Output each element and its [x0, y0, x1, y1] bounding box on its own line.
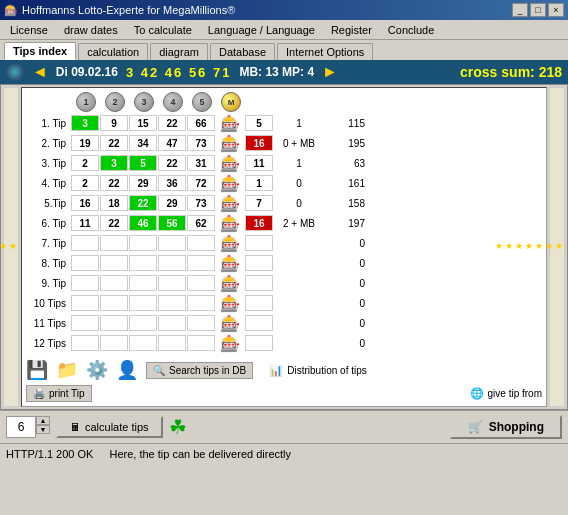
- minimize-button[interactable]: _: [512, 3, 528, 17]
- result-label: 0: [274, 178, 324, 189]
- tip-count-spinner[interactable]: 6 ▲ ▼: [6, 416, 50, 438]
- cross-sum-value: 218: [539, 64, 562, 80]
- toolbar-row-1: 💾 📁 ⚙️ 👤 🔍 Search tips in DB 📊 Distribut…: [26, 359, 542, 381]
- tip-cell: 22: [158, 115, 186, 131]
- settings-icon[interactable]: ⚙️: [86, 359, 108, 381]
- menu-license[interactable]: License: [4, 23, 54, 37]
- tip-cell: 5: [245, 115, 273, 131]
- menu-conclude[interactable]: Conclude: [382, 23, 440, 37]
- mega-cell: 🎰: [216, 115, 244, 131]
- tip-cell: 22: [100, 135, 128, 151]
- tip-cell: 16: [245, 135, 273, 151]
- tip-cell: 73: [187, 195, 215, 211]
- tip-cell: 29: [129, 175, 157, 191]
- result-label: 1: [274, 158, 324, 169]
- app-icon: 🎰: [4, 4, 18, 17]
- tip-cell: 7: [245, 195, 273, 211]
- shamrock-icon: ☘: [169, 415, 187, 439]
- tab-calculation[interactable]: calculation: [78, 43, 148, 60]
- table-row: 10 Tips 🎰 0: [26, 294, 542, 312]
- mega-cell: 🎰: [216, 215, 244, 231]
- menu-bar: License draw dates To calculate Language…: [0, 20, 568, 40]
- tab-diagram[interactable]: diagram: [150, 43, 208, 60]
- globe-icon-2: 🌐: [470, 387, 484, 400]
- mega-cell: 🎰: [216, 155, 244, 171]
- status-bar: HTTP/1.1 200 OK Here, the tip can be del…: [0, 443, 568, 463]
- globe-icon: [6, 63, 24, 81]
- maximize-button[interactable]: □: [530, 3, 546, 17]
- tip-cell: 2: [71, 155, 99, 171]
- result-num: 63: [325, 158, 365, 169]
- save-icon[interactable]: 💾: [26, 359, 48, 381]
- col-header-3: 3: [130, 92, 158, 112]
- open-icon[interactable]: 📁: [56, 359, 78, 381]
- result-num: 197: [325, 218, 365, 229]
- tab-tips-index[interactable]: Tips index: [4, 42, 76, 60]
- prev-arrow[interactable]: ◄: [32, 63, 48, 81]
- tip-label-6: 6. Tip: [26, 218, 70, 229]
- tip-cell: 3: [71, 115, 99, 131]
- tip-cell: 1: [245, 175, 273, 191]
- tip-cell: 22: [100, 175, 128, 191]
- menu-language[interactable]: Language / Language: [202, 23, 321, 37]
- table-row: 12 Tips 🎰 0: [26, 334, 542, 352]
- spinner-up[interactable]: ▲: [36, 416, 50, 425]
- spinner-down[interactable]: ▼: [36, 425, 50, 434]
- print-icon: 🖨️: [33, 388, 45, 399]
- chart-icon: 📊: [269, 364, 283, 377]
- tip-label-2: 2. Tip: [26, 138, 70, 149]
- tip-cell: 22: [100, 215, 128, 231]
- table-row: 6. Tip 11 22 46 56 62 🎰 16 2 + MB 197: [26, 214, 542, 232]
- draw-mb: MB: 13 MP: 4: [239, 65, 314, 79]
- search-db-button[interactable]: 🔍 Search tips in DB: [146, 362, 253, 379]
- next-arrow[interactable]: ►: [322, 63, 338, 81]
- right-decoration: ★★★★★★★: [549, 87, 565, 407]
- table-row: 9. Tip 🎰 0: [26, 274, 542, 292]
- tip-cell: 15: [129, 115, 157, 131]
- col-header-4: 4: [159, 92, 187, 112]
- distribution-area: 📊 Distribution of tips: [269, 364, 366, 377]
- tip-cell: 31: [187, 155, 215, 171]
- col-header-2: 2: [101, 92, 129, 112]
- menu-register[interactable]: Register: [325, 23, 378, 37]
- spinner-value[interactable]: 6: [6, 416, 36, 438]
- table-row: 4. Tip 2 22 29 36 72 🎰 1 0 161: [26, 174, 542, 192]
- print-button[interactable]: 🖨️ print Tip: [26, 385, 92, 402]
- result-num: 115: [325, 118, 365, 129]
- table-row: 8. Tip 🎰 0: [26, 254, 542, 272]
- cross-sum-label: cross sum:: [460, 64, 539, 80]
- status-message: Here, the tip can be delivered directly: [109, 448, 291, 460]
- tip-cell: 19: [71, 135, 99, 151]
- calculator-icon: 🖩: [70, 421, 81, 433]
- close-button[interactable]: ×: [548, 3, 564, 17]
- tip-cell: 72: [187, 175, 215, 191]
- tab-database[interactable]: Database: [210, 43, 275, 60]
- calculate-button[interactable]: 🖩 calculate tips: [56, 416, 163, 438]
- app-title: Hoffmanns Lotto-Experte for MegaMillions…: [22, 4, 235, 16]
- menu-draw-dates[interactable]: draw dates: [58, 23, 124, 37]
- status-http: HTTP/1.1 200 OK: [6, 448, 93, 460]
- table-row: 7. Tip 🎰 0: [26, 234, 542, 252]
- table-row: 2. Tip 19 22 34 47 73 🎰 16 0 + MB 195: [26, 134, 542, 152]
- tip-cell: 22: [158, 155, 186, 171]
- tab-internet-options[interactable]: Internet Options: [277, 43, 373, 60]
- tip-cell: 5: [129, 155, 157, 171]
- tip-cell: 29: [158, 195, 186, 211]
- tip-cell: 16: [245, 215, 273, 231]
- result-label: 2 + MB: [274, 218, 324, 229]
- distribution-label: Distribution of tips: [287, 365, 366, 376]
- mega-cell: 🎰: [216, 175, 244, 191]
- tip-cell: 22: [129, 195, 157, 211]
- table-row: 3. Tip 2 3 5 22 31 🎰 11 1 63: [26, 154, 542, 172]
- tip-cell: 56: [158, 215, 186, 231]
- col-header-1: 1: [72, 92, 100, 112]
- draw-date: Di 09.02.16: [56, 65, 118, 79]
- mega-cell: 🎰: [216, 195, 244, 211]
- user-icon[interactable]: 👤: [116, 359, 138, 381]
- shopping-button[interactable]: 🛒 Shopping: [450, 415, 562, 439]
- toolbar-row-2: 🖨️ print Tip 🌐 give tip from: [26, 385, 542, 402]
- tip-label-1: 1. Tip: [26, 118, 70, 129]
- menu-calculate[interactable]: To calculate: [128, 23, 198, 37]
- tips-table: 1. Tip 3 9 15 22 66 🎰 5 1 115 2. Tip 19 …: [26, 114, 542, 353]
- result-label: 0: [274, 198, 324, 209]
